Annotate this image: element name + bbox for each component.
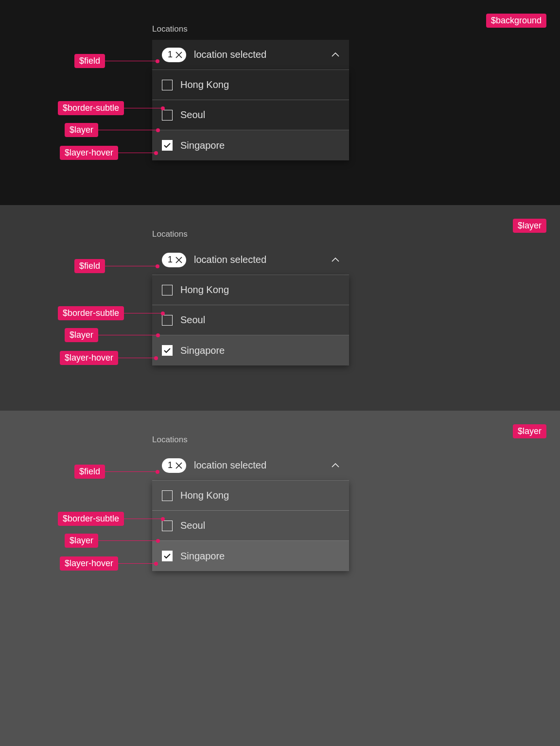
multiselect: Locations 1 location selected Hong Kong …	[152, 24, 349, 160]
multiselect-menu: Hong Kong Seoul Singapore	[152, 481, 349, 571]
multiselect-option[interactable]: Seoul	[152, 511, 349, 541]
checkbox-icon[interactable]	[162, 80, 173, 90]
token-tag: $layer	[65, 328, 98, 342]
token-tag: $border-subtle	[58, 512, 124, 526]
option-label: Hong Kong	[180, 284, 229, 295]
multiselect-field[interactable]: 1 location selected	[152, 245, 349, 275]
token-tag: $layer-hover	[60, 556, 118, 571]
annotation-layer-hover: $layer-hover	[60, 146, 156, 160]
leader-line	[105, 61, 158, 62]
option-label: Seoul	[180, 520, 205, 531]
leader-line	[118, 358, 156, 359]
checkbox-icon[interactable]	[162, 520, 173, 531]
multiselect-field[interactable]: 1 location selected	[152, 451, 349, 481]
multiselect-label: Locations	[152, 24, 349, 34]
token-tag: $layer	[65, 123, 98, 137]
selection-pill[interactable]: 1	[162, 48, 186, 62]
option-label: Singapore	[180, 345, 225, 356]
checkbox-icon[interactable]	[162, 285, 173, 295]
option-label: Hong Kong	[180, 79, 229, 90]
panel-background: $background Locations 1 location selecte…	[0, 0, 560, 205]
token-tag: $layer-hover	[60, 351, 118, 365]
token-tag: $field	[74, 465, 105, 479]
multiselect-option-hovered[interactable]: Singapore	[152, 335, 349, 365]
annotation-layer: $layer	[65, 328, 158, 342]
annotation-field: $field	[74, 259, 158, 273]
checkbox-checked-icon[interactable]	[162, 140, 173, 151]
selection-count: 1	[168, 50, 173, 60]
multiselect-field-text: location selected	[194, 460, 332, 471]
multiselect-menu: Hong Kong Seoul Singapore	[152, 70, 349, 160]
option-label: Singapore	[180, 551, 225, 562]
close-icon[interactable]	[175, 462, 182, 469]
annotation-border-subtle: $border-subtle	[58, 512, 163, 526]
annotation-border-subtle: $border-subtle	[58, 101, 163, 115]
token-tag: $field	[74, 259, 105, 273]
multiselect-option-hovered[interactable]: Singapore	[152, 541, 349, 571]
leader-line	[98, 540, 158, 541]
multiselect: Locations 1 location selected Hong Kong …	[152, 229, 349, 365]
checkbox-icon[interactable]	[162, 315, 173, 326]
option-label: Seoul	[180, 314, 205, 326]
multiselect-option[interactable]: Hong Kong	[152, 70, 349, 100]
token-tag: $field	[74, 54, 105, 68]
leader-line	[124, 519, 163, 520]
annotation-field: $field	[74, 465, 158, 479]
annotation-layer: $layer	[65, 534, 158, 548]
leader-line	[124, 108, 163, 109]
token-tag: $layer	[65, 534, 98, 548]
annotation-field: $field	[74, 54, 158, 68]
token-tag: $layer-hover	[60, 146, 118, 160]
selection-pill[interactable]: 1	[162, 253, 186, 267]
chevron-up-icon[interactable]	[332, 52, 339, 57]
leader-line	[105, 266, 158, 267]
multiselect-option[interactable]: Hong Kong	[152, 481, 349, 511]
multiselect-option[interactable]: Hong Kong	[152, 275, 349, 305]
multiselect-menu: Hong Kong Seoul Singapore	[152, 275, 349, 365]
close-icon[interactable]	[175, 257, 182, 263]
token-tag-layer: $layer	[513, 219, 546, 233]
annotation-border-subtle: $border-subtle	[58, 306, 163, 320]
annotation-layer-hover: $layer-hover	[60, 556, 156, 571]
multiselect-option-hovered[interactable]: Singapore	[152, 130, 349, 160]
annotation-layer-hover: $layer-hover	[60, 351, 156, 365]
chevron-up-icon[interactable]	[332, 258, 339, 262]
token-tag: $border-subtle	[58, 306, 124, 320]
leader-line	[118, 563, 156, 564]
panel-layer: $layer Locations 1 location selected Hon…	[0, 205, 560, 411]
leader-line	[124, 313, 163, 314]
option-label: Hong Kong	[180, 490, 229, 501]
option-label: Seoul	[180, 109, 205, 121]
leader-line	[98, 335, 158, 336]
checkbox-icon[interactable]	[162, 110, 173, 121]
selection-pill[interactable]: 1	[162, 458, 186, 473]
multiselect-label: Locations	[152, 435, 349, 445]
chevron-up-icon[interactable]	[332, 463, 339, 468]
leader-line	[118, 153, 156, 154]
multiselect-field[interactable]: 1 location selected	[152, 40, 349, 70]
multiselect-label: Locations	[152, 229, 349, 239]
token-tag: $border-subtle	[58, 101, 124, 115]
selection-count: 1	[168, 460, 173, 470]
panel-layer-2: $layer Locations 1 location selected Hon…	[0, 411, 560, 746]
close-icon[interactable]	[175, 52, 182, 58]
leader-line	[105, 471, 158, 472]
token-tag-background: $background	[486, 14, 546, 28]
checkbox-checked-icon[interactable]	[162, 345, 173, 356]
multiselect: Locations 1 location selected Hong Kong …	[152, 435, 349, 571]
multiselect-option[interactable]: Seoul	[152, 100, 349, 130]
selection-count: 1	[168, 255, 173, 265]
multiselect-field-text: location selected	[194, 254, 332, 265]
token-tag-layer: $layer	[513, 424, 546, 438]
checkbox-checked-icon[interactable]	[162, 551, 173, 561]
leader-line	[98, 130, 158, 131]
multiselect-option[interactable]: Seoul	[152, 305, 349, 335]
checkbox-icon[interactable]	[162, 490, 173, 501]
option-label: Singapore	[180, 140, 225, 151]
multiselect-field-text: location selected	[194, 49, 332, 60]
annotation-layer: $layer	[65, 123, 158, 137]
